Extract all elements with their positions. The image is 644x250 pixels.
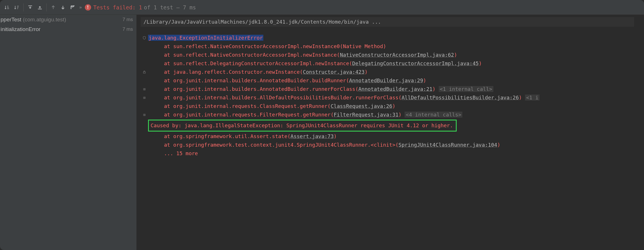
source-link[interactable]: ClassRequest.java:26 bbox=[331, 103, 392, 109]
expand-icon[interactable]: ⊞ bbox=[141, 85, 148, 93]
test-tree[interactable]: pperTest (com.atguigu.test) 7 ms initial… bbox=[0, 15, 137, 250]
source-link[interactable]: SpringJUnit4ClassRunner.java:104 bbox=[399, 142, 497, 148]
stack-line: at org.springframework.test.context.juni… bbox=[141, 141, 644, 149]
folded-hint[interactable]: <1 internal call> bbox=[439, 86, 493, 92]
sort-az-button[interactable] bbox=[3, 3, 11, 12]
collapse-all-button[interactable] bbox=[36, 3, 44, 12]
stack-line: ⊞at org.junit.internal.builders.Annotate… bbox=[141, 85, 644, 93]
fail-label: Tests failed: 1 bbox=[93, 4, 142, 11]
source-link[interactable]: Assert.java:73 bbox=[290, 133, 334, 139]
caused-by-line: Caused by: java.lang.IllegalStateExcepti… bbox=[141, 119, 644, 132]
source-link[interactable]: AnnotatedBuilder.java:21 bbox=[358, 86, 432, 92]
folded-hint[interactable]: <4 internal calls> bbox=[405, 112, 462, 118]
next-failed-button[interactable] bbox=[59, 3, 67, 12]
source-link[interactable]: AllDefaultPossibilitiesBuilder.java:26 bbox=[401, 95, 519, 101]
source-link[interactable]: AnnotatedBuilder.java:29 bbox=[349, 77, 423, 83]
stack-line: at org.junit.internal.requests.ClassRequ… bbox=[141, 102, 644, 110]
stack-more: ... 15 more bbox=[141, 149, 644, 158]
stack-line: at sun.reflect.NativeConstructorAccessor… bbox=[141, 42, 644, 51]
test-status: ! Tests failed: 1 of 1 test – 7 ms bbox=[85, 4, 196, 11]
expand-icon[interactable]: ⊞ bbox=[141, 93, 148, 102]
folded-hint[interactable]: <1 i bbox=[525, 95, 540, 101]
export-button[interactable] bbox=[68, 3, 77, 12]
separator bbox=[46, 3, 47, 11]
expand-icon[interactable]: ⊞ bbox=[141, 110, 148, 119]
toolbar: » ! Tests failed: 1 of 1 test – 7 ms bbox=[0, 0, 644, 15]
tree-row-name: pperTest (com.atguigu.test) bbox=[1, 17, 66, 23]
source-link[interactable]: Constructor.java:423 bbox=[303, 69, 365, 75]
separator bbox=[23, 3, 24, 11]
tree-row-class[interactable]: pperTest (com.atguigu.test) 7 ms bbox=[0, 15, 136, 24]
source-link[interactable]: DelegatingConstructorAccessorImpl.java:4… bbox=[352, 60, 479, 66]
fail-suffix: of 1 test – 7 ms bbox=[144, 4, 196, 11]
chevron-icon: » bbox=[79, 5, 82, 10]
shield-icon bbox=[141, 34, 148, 40]
fail-icon: ! bbox=[85, 4, 91, 11]
exception-text: java.lang.ExceptionInInitializerError bbox=[148, 35, 263, 41]
console[interactable]: /Library/Java/JavaVirtualMachines/jdk1.8… bbox=[137, 15, 644, 250]
exception-line: java.lang.ExceptionInInitializerError bbox=[141, 34, 644, 42]
stack-line: at sun.reflect.DelegatingConstructorAcce… bbox=[141, 59, 644, 68]
stack-line: ⊞at org.junit.internal.requests.FilterRe… bbox=[141, 110, 644, 119]
prev-failed-button[interactable] bbox=[49, 3, 58, 12]
sort-duration-button[interactable] bbox=[13, 3, 21, 12]
stack-line: at org.springframework.util.Assert.state… bbox=[141, 132, 644, 141]
stack-line: at java.lang.reflect.Constructor.newInst… bbox=[141, 68, 644, 76]
stack-line: ⊞at org.junit.internal.builders.AllDefau… bbox=[141, 93, 644, 102]
source-link[interactable]: FilterRequest.java:31 bbox=[334, 112, 399, 118]
source-link[interactable]: NativeConstructorAccessorImpl.java:62 bbox=[340, 52, 454, 58]
body: pperTest (com.atguigu.test) 7 ms initial… bbox=[0, 15, 644, 250]
tree-row-method[interactable]: initializationError 7 ms bbox=[0, 24, 136, 34]
svg-rect-0 bbox=[143, 72, 145, 73]
stack-line: at sun.reflect.NativeConstructorAccessor… bbox=[141, 51, 644, 59]
lock-icon bbox=[141, 68, 148, 74]
expand-all-button[interactable] bbox=[26, 3, 34, 12]
command-line: /Library/Java/JavaVirtualMachines/jdk1.8… bbox=[141, 17, 634, 27]
tree-row-name: initializationError bbox=[1, 26, 40, 32]
tree-time: 7 ms bbox=[122, 17, 133, 22]
tree-time: 7 ms bbox=[122, 26, 133, 32]
stack-line: at org.junit.internal.builders.Annotated… bbox=[141, 76, 644, 85]
